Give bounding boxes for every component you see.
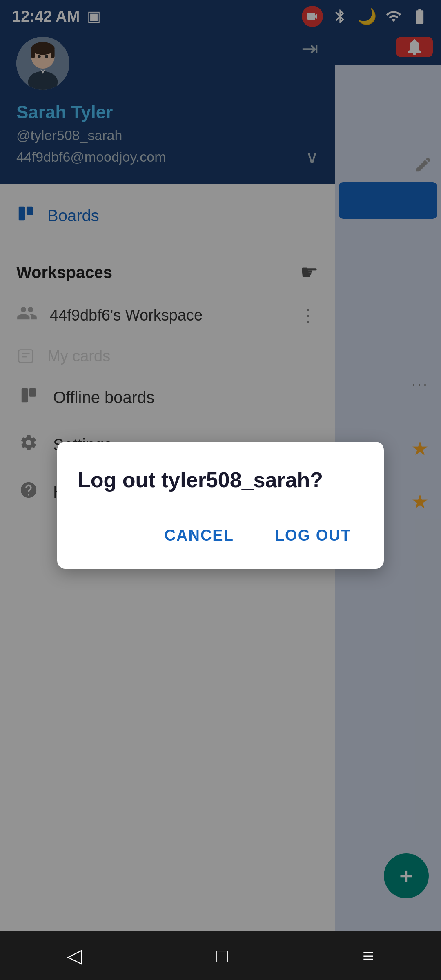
dialog-actions: CANCEL LOG OUT — [78, 519, 363, 552]
cancel-button[interactable]: CANCEL — [152, 519, 246, 552]
menu-button[interactable]: ≡ — [363, 944, 374, 967]
back-button[interactable]: ◁ — [67, 944, 82, 967]
logout-button[interactable]: LOG OUT — [263, 519, 363, 552]
nav-bar: ◁ □ ≡ — [0, 931, 441, 980]
dialog-title: Log out tyler508_sarah? — [78, 466, 363, 494]
home-button[interactable]: □ — [216, 944, 228, 967]
logout-dialog: Log out tyler508_sarah? CANCEL LOG OUT — [57, 442, 384, 569]
